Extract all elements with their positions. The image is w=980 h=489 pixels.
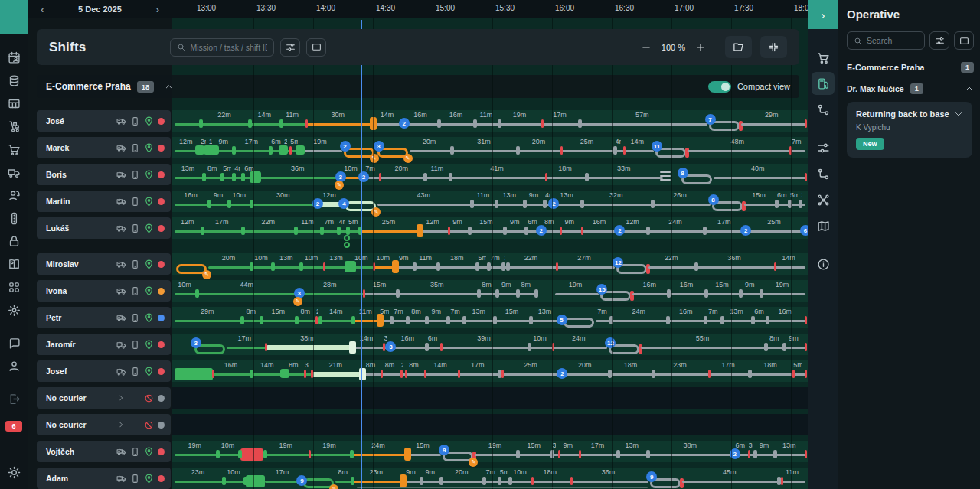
timeline-row[interactable]: 16m9m10m30m212m4✎43m11m13m9m4m213m32m26m… [172,191,808,212]
task-segment[interactable]: 43m [377,191,472,212]
task-segment[interactable]: 8m [408,307,427,328]
task-segment[interactable]: 16m [404,110,440,132]
task-loop[interactable]: 8 [680,164,714,185]
task-segment[interactable]: 5m [790,191,801,212]
horizontal-scrollbar[interactable] [357,487,648,488]
task-segment[interactable]: 15m [364,280,398,302]
sidebar-item-cart[interactable] [0,138,28,161]
task-segment[interactable]: 35m [398,280,479,302]
task-segment[interactable]: 48m [688,137,790,158]
task-segment[interactable]: 24m [612,307,668,328]
task-segment[interactable]: 13m [619,441,648,462]
task-loop[interactable]: ✎ [302,468,335,489]
sidebar-item-user[interactable] [0,354,28,377]
task-loop[interactable]: ✎ [344,191,377,212]
task-segment[interactable]: 11m [472,191,497,212]
task-segment[interactable]: 20m [208,253,252,275]
task-loop[interactable]: 9 [648,468,682,489]
task-segment[interactable]: 6m [243,164,257,185]
task-segment[interactable]: 7m [790,137,805,158]
task-segment[interactable]: 12m [420,217,448,239]
task-segment[interactable]: 10m [530,334,553,355]
fit-view-button[interactable] [760,36,787,58]
timeline-row[interactable] [172,387,808,409]
courier-card[interactable]: Miroslav [37,253,171,275]
timeline-row[interactable]: 12m2m1m9m17m6m2m5m19m2✎3✎20m31m20m25m4m1… [172,137,808,158]
task-segment[interactable]: 19m [301,137,341,158]
task-segment[interactable]: 23m [353,468,403,489]
task-segment[interactable]: 39m [441,334,530,355]
collapse-rows-button[interactable] [306,38,326,57]
driver-collapse-button[interactable] [965,84,974,93]
task-segment[interactable]: 16m [213,360,251,382]
panel-driver-row[interactable]: Dr. Max Nučice 1 [847,83,974,94]
task-segment[interactable]: 12m [175,217,203,239]
compact-view-toggle[interactable] [708,81,731,93]
task-segment[interactable]: 8m [518,280,537,302]
task-loop[interactable]: 3 [193,334,227,355]
task-segment[interactable]: 9m [560,217,582,239]
task-segment[interactable]: 20m [442,468,485,489]
timeline-row[interactable]: 19m10m1m19m19m24m15m9✎19m15m3m9m17m13m38… [172,441,808,462]
task-segment[interactable]: 20m [518,137,561,158]
mission-search-input[interactable] [190,43,267,52]
task-segment[interactable]: 19m [475,441,518,462]
task-segment[interactable]: 18m [439,253,478,275]
task-loop[interactable]: 12 [615,253,648,275]
courier-card[interactable]: Josef [37,360,171,382]
rail-item-fuel[interactable] [812,72,835,95]
courier-card[interactable]: Jaromír [37,334,171,355]
task-segment[interactable]: 11m [354,307,380,328]
task-segment[interactable]: 12m [175,137,201,158]
task-segment[interactable]: 19m [266,441,309,462]
task-segment[interactable]: 16m [439,110,475,132]
task-segment[interactable]: 11m [475,110,500,132]
notification-badge[interactable]: 6 [5,421,21,432]
task-segment[interactable]: 13m [497,191,525,212]
task-segment[interactable]: 20m [410,137,452,158]
rail-item-sliders[interactable] [812,136,835,159]
task-segment[interactable]: 13m [175,164,204,185]
task-segment[interactable]: 1m [209,137,215,158]
courier-card[interactable]: Vojtěch [37,441,171,462]
task-segment[interactable]: 17m [227,334,266,355]
task-segment[interactable]: 13m [273,253,302,275]
open-folder-button[interactable] [725,36,752,58]
task-segment[interactable]: 38m [266,334,352,355]
task-segment[interactable]: 16m2 [582,217,620,239]
task-segment[interactable]: 8m [297,307,316,328]
courier-card[interactable]: José [37,110,171,132]
mission-search[interactable] [170,38,274,57]
task-segment[interactable]: 7m [392,307,409,328]
task-loop[interactable]: 3✎ [376,137,410,158]
task-expand-button[interactable] [954,109,963,119]
task-segment[interactable]: 8m [381,360,400,382]
task-segment[interactable]: 16m [632,280,669,302]
task-segment[interactable]: 36m [571,468,649,489]
timeline-row[interactable]: 317m38m14m3m316m6m39m10m24m1255m8m9m [172,334,808,355]
panel-group-row[interactable]: E-Commerce Praha 1 [847,62,974,73]
next-day-button[interactable]: › [154,4,162,15]
timeline-row[interactable]: 29m8m15m8m2m14m11m5m7m8m9m7m13m15m13m57m… [172,307,808,328]
sidebar-item-logout[interactable] [0,387,28,410]
task-segment[interactable]: 7m [489,253,505,275]
task-segment[interactable]: 24m [352,441,407,462]
task-segment[interactable]: 41m [451,164,545,185]
task-segment[interactable]: 44m3✎ [198,280,299,302]
task-segment[interactable]: 3m3 [384,334,390,355]
task-segment[interactable]: 19m [762,280,805,302]
sidebar-item-gear[interactable] [0,298,28,321]
app-logo[interactable] [0,0,28,34]
task-segment[interactable]: 7m [596,307,612,328]
task-segment[interactable]: 15m [518,441,553,462]
timeline-row[interactable]: 10m44m3✎28m15m35m8m9m8m19m1516m16m15m9m1… [172,280,808,302]
task-segment[interactable]: 17m [542,110,580,132]
panel-search-input[interactable] [867,36,918,45]
sidebar-item-grid[interactable] [0,275,28,298]
task-segment[interactable]: 9m [525,191,545,212]
task-segment[interactable]: 9m [505,217,527,239]
task-segment[interactable]: 19m [555,280,599,302]
task-loop[interactable]: 2✎ [342,137,376,158]
task-loop[interactable]: ✎ [175,253,208,275]
prev-day-button[interactable]: ‹ [38,4,46,15]
